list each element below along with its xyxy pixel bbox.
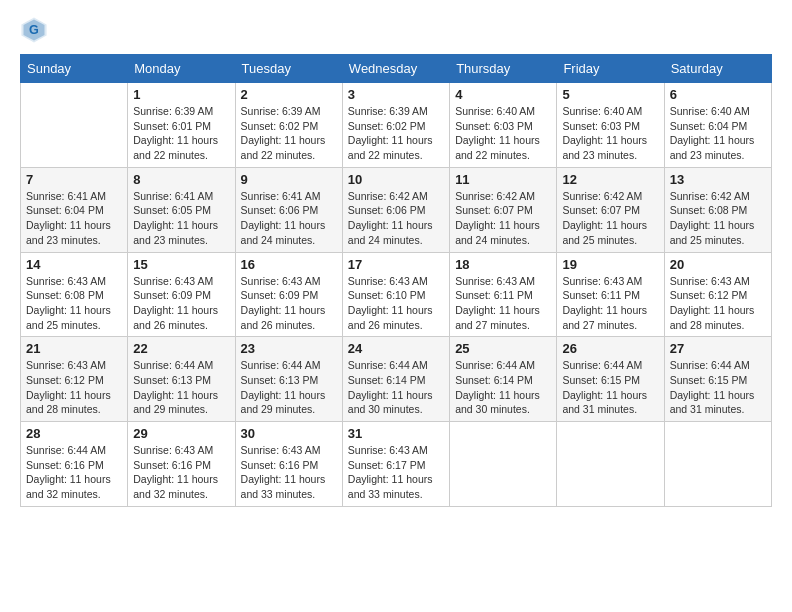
day-number: 29 <box>133 426 229 441</box>
day-detail: Sunrise: 6:44 AMSunset: 6:15 PMDaylight:… <box>670 358 766 417</box>
day-cell: 12 Sunrise: 6:42 AMSunset: 6:07 PMDaylig… <box>557 167 664 252</box>
day-cell: 27 Sunrise: 6:44 AMSunset: 6:15 PMDaylig… <box>664 337 771 422</box>
day-cell <box>21 83 128 168</box>
day-detail: Sunrise: 6:43 AMSunset: 6:09 PMDaylight:… <box>241 274 337 333</box>
day-detail: Sunrise: 6:40 AMSunset: 6:04 PMDaylight:… <box>670 104 766 163</box>
day-number: 13 <box>670 172 766 187</box>
day-number: 4 <box>455 87 551 102</box>
day-detail: Sunrise: 6:44 AMSunset: 6:13 PMDaylight:… <box>241 358 337 417</box>
logo-icon: G <box>20 16 48 44</box>
day-number: 25 <box>455 341 551 356</box>
day-number: 28 <box>26 426 122 441</box>
day-detail: Sunrise: 6:43 AMSunset: 6:10 PMDaylight:… <box>348 274 444 333</box>
day-cell: 8 Sunrise: 6:41 AMSunset: 6:05 PMDayligh… <box>128 167 235 252</box>
day-cell: 11 Sunrise: 6:42 AMSunset: 6:07 PMDaylig… <box>450 167 557 252</box>
header-day: Thursday <box>450 55 557 83</box>
day-detail: Sunrise: 6:43 AMSunset: 6:17 PMDaylight:… <box>348 443 444 502</box>
day-number: 14 <box>26 257 122 272</box>
calendar-table: SundayMondayTuesdayWednesdayThursdayFrid… <box>20 54 772 507</box>
calendar-page: G SundayMondayTuesdayWednesdayThursdayFr… <box>0 0 792 612</box>
day-cell: 9 Sunrise: 6:41 AMSunset: 6:06 PMDayligh… <box>235 167 342 252</box>
day-detail: Sunrise: 6:40 AMSunset: 6:03 PMDaylight:… <box>455 104 551 163</box>
day-cell: 17 Sunrise: 6:43 AMSunset: 6:10 PMDaylig… <box>342 252 449 337</box>
day-number: 16 <box>241 257 337 272</box>
day-cell: 21 Sunrise: 6:43 AMSunset: 6:12 PMDaylig… <box>21 337 128 422</box>
day-number: 7 <box>26 172 122 187</box>
day-detail: Sunrise: 6:43 AMSunset: 6:08 PMDaylight:… <box>26 274 122 333</box>
day-cell: 26 Sunrise: 6:44 AMSunset: 6:15 PMDaylig… <box>557 337 664 422</box>
day-detail: Sunrise: 6:43 AMSunset: 6:11 PMDaylight:… <box>562 274 658 333</box>
day-detail: Sunrise: 6:39 AMSunset: 6:02 PMDaylight:… <box>348 104 444 163</box>
day-cell: 4 Sunrise: 6:40 AMSunset: 6:03 PMDayligh… <box>450 83 557 168</box>
day-number: 11 <box>455 172 551 187</box>
day-cell <box>450 422 557 507</box>
day-cell: 15 Sunrise: 6:43 AMSunset: 6:09 PMDaylig… <box>128 252 235 337</box>
day-detail: Sunrise: 6:42 AMSunset: 6:08 PMDaylight:… <box>670 189 766 248</box>
day-detail: Sunrise: 6:43 AMSunset: 6:11 PMDaylight:… <box>455 274 551 333</box>
day-detail: Sunrise: 6:44 AMSunset: 6:16 PMDaylight:… <box>26 443 122 502</box>
day-number: 1 <box>133 87 229 102</box>
day-cell: 10 Sunrise: 6:42 AMSunset: 6:06 PMDaylig… <box>342 167 449 252</box>
day-number: 22 <box>133 341 229 356</box>
day-number: 24 <box>348 341 444 356</box>
day-cell: 6 Sunrise: 6:40 AMSunset: 6:04 PMDayligh… <box>664 83 771 168</box>
week-row: 7 Sunrise: 6:41 AMSunset: 6:04 PMDayligh… <box>21 167 772 252</box>
header-day: Friday <box>557 55 664 83</box>
day-cell <box>557 422 664 507</box>
day-number: 21 <box>26 341 122 356</box>
day-number: 3 <box>348 87 444 102</box>
day-detail: Sunrise: 6:41 AMSunset: 6:05 PMDaylight:… <box>133 189 229 248</box>
header-day: Wednesday <box>342 55 449 83</box>
day-number: 26 <box>562 341 658 356</box>
day-number: 23 <box>241 341 337 356</box>
day-detail: Sunrise: 6:42 AMSunset: 6:07 PMDaylight:… <box>455 189 551 248</box>
week-row: 21 Sunrise: 6:43 AMSunset: 6:12 PMDaylig… <box>21 337 772 422</box>
day-number: 5 <box>562 87 658 102</box>
day-cell: 16 Sunrise: 6:43 AMSunset: 6:09 PMDaylig… <box>235 252 342 337</box>
day-cell: 5 Sunrise: 6:40 AMSunset: 6:03 PMDayligh… <box>557 83 664 168</box>
day-detail: Sunrise: 6:44 AMSunset: 6:14 PMDaylight:… <box>455 358 551 417</box>
day-number: 6 <box>670 87 766 102</box>
day-cell: 25 Sunrise: 6:44 AMSunset: 6:14 PMDaylig… <box>450 337 557 422</box>
day-number: 20 <box>670 257 766 272</box>
day-number: 2 <box>241 87 337 102</box>
day-number: 10 <box>348 172 444 187</box>
day-detail: Sunrise: 6:42 AMSunset: 6:07 PMDaylight:… <box>562 189 658 248</box>
day-number: 27 <box>670 341 766 356</box>
day-cell: 23 Sunrise: 6:44 AMSunset: 6:13 PMDaylig… <box>235 337 342 422</box>
day-cell: 31 Sunrise: 6:43 AMSunset: 6:17 PMDaylig… <box>342 422 449 507</box>
week-row: 14 Sunrise: 6:43 AMSunset: 6:08 PMDaylig… <box>21 252 772 337</box>
header: G <box>20 16 772 44</box>
day-cell: 14 Sunrise: 6:43 AMSunset: 6:08 PMDaylig… <box>21 252 128 337</box>
day-cell: 24 Sunrise: 6:44 AMSunset: 6:14 PMDaylig… <box>342 337 449 422</box>
header-day: Monday <box>128 55 235 83</box>
day-cell: 18 Sunrise: 6:43 AMSunset: 6:11 PMDaylig… <box>450 252 557 337</box>
day-cell: 19 Sunrise: 6:43 AMSunset: 6:11 PMDaylig… <box>557 252 664 337</box>
day-number: 9 <box>241 172 337 187</box>
day-cell: 1 Sunrise: 6:39 AMSunset: 6:01 PMDayligh… <box>128 83 235 168</box>
day-detail: Sunrise: 6:43 AMSunset: 6:12 PMDaylight:… <box>26 358 122 417</box>
header-day: Saturday <box>664 55 771 83</box>
day-number: 30 <box>241 426 337 441</box>
day-cell: 13 Sunrise: 6:42 AMSunset: 6:08 PMDaylig… <box>664 167 771 252</box>
day-detail: Sunrise: 6:43 AMSunset: 6:16 PMDaylight:… <box>241 443 337 502</box>
day-cell: 30 Sunrise: 6:43 AMSunset: 6:16 PMDaylig… <box>235 422 342 507</box>
day-number: 15 <box>133 257 229 272</box>
day-detail: Sunrise: 6:42 AMSunset: 6:06 PMDaylight:… <box>348 189 444 248</box>
day-cell: 7 Sunrise: 6:41 AMSunset: 6:04 PMDayligh… <box>21 167 128 252</box>
day-number: 18 <box>455 257 551 272</box>
day-number: 17 <box>348 257 444 272</box>
day-number: 12 <box>562 172 658 187</box>
day-number: 8 <box>133 172 229 187</box>
day-cell: 22 Sunrise: 6:44 AMSunset: 6:13 PMDaylig… <box>128 337 235 422</box>
day-detail: Sunrise: 6:39 AMSunset: 6:01 PMDaylight:… <box>133 104 229 163</box>
day-detail: Sunrise: 6:44 AMSunset: 6:14 PMDaylight:… <box>348 358 444 417</box>
day-number: 31 <box>348 426 444 441</box>
day-detail: Sunrise: 6:41 AMSunset: 6:06 PMDaylight:… <box>241 189 337 248</box>
logo: G <box>20 16 52 44</box>
header-day: Sunday <box>21 55 128 83</box>
day-number: 19 <box>562 257 658 272</box>
day-detail: Sunrise: 6:39 AMSunset: 6:02 PMDaylight:… <box>241 104 337 163</box>
day-detail: Sunrise: 6:44 AMSunset: 6:15 PMDaylight:… <box>562 358 658 417</box>
day-detail: Sunrise: 6:43 AMSunset: 6:16 PMDaylight:… <box>133 443 229 502</box>
